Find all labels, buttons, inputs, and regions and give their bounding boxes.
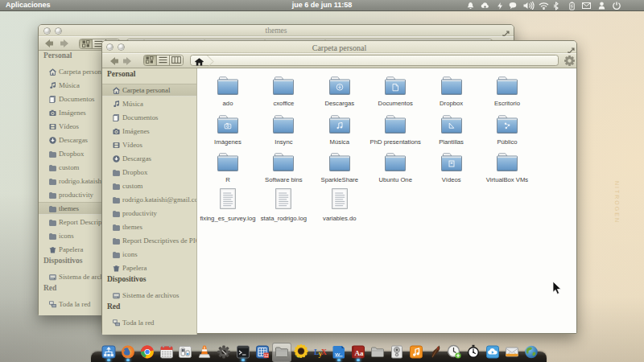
- svg-text:12: 12: [264, 353, 269, 358]
- svg-text:Aa: Aa: [355, 349, 364, 357]
- svg-text:X: X: [321, 348, 327, 356]
